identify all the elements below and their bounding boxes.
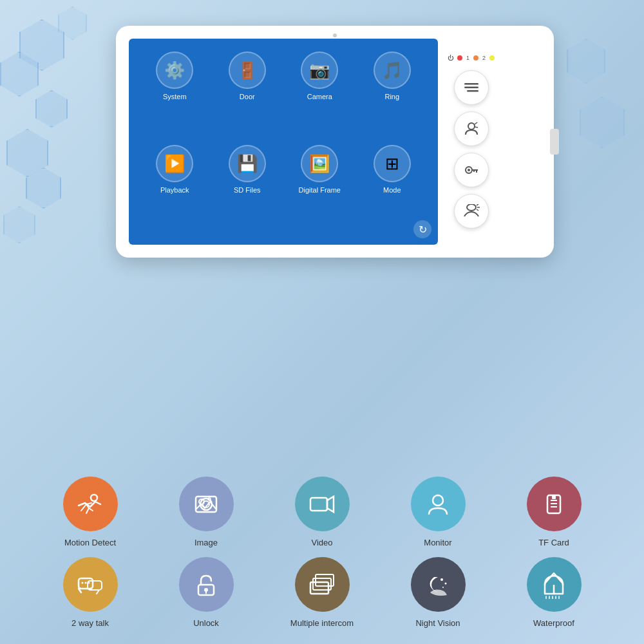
feature-motion-detect: Motion Detect <box>32 470 148 551</box>
video-icon-circle <box>295 477 350 531</box>
camera-label: Camera <box>307 93 332 100</box>
monitor-feature-icon <box>424 490 452 518</box>
feature-image: Image <box>148 470 264 551</box>
system-label: System <box>163 93 187 100</box>
led-label-1: 1 <box>466 55 469 61</box>
device-wrapper: ⚙️ System 🚪 Door 📷 Camera 🎵 Ring ▶️ Play… <box>77 26 592 258</box>
image-label: Image <box>194 538 218 547</box>
tfcard-label: TF Card <box>538 538 569 547</box>
screen-app-mode[interactable]: ⊞ Mode <box>359 145 426 232</box>
screen-app-sdfiles[interactable]: 💾 SD Files <box>214 145 281 232</box>
unlock-icon <box>192 571 220 599</box>
feature-unlock: Unlock <box>148 551 264 631</box>
motion-detect-icon <box>76 490 104 518</box>
key-icon <box>464 162 479 178</box>
image-icon <box>192 490 220 518</box>
monitor-label: Monitor <box>424 538 451 547</box>
svg-rect-0 <box>464 83 478 85</box>
svg-point-3 <box>468 123 475 129</box>
digitalframe-label: Digital Frame <box>299 186 341 194</box>
nightvision-icon <box>424 571 452 599</box>
system-icon: ⚙️ <box>156 52 193 89</box>
motion-detect-label: Motion Detect <box>64 538 116 547</box>
svg-line-16 <box>79 503 85 506</box>
svg-line-14 <box>477 209 478 211</box>
motion-detect-icon-circle <box>63 477 118 531</box>
svg-rect-8 <box>471 169 478 171</box>
tfcard-icon-circle <box>527 477 582 531</box>
device-screen: ⚙️ System 🚪 Door 📷 Camera 🎵 Ring ▶️ Play… <box>129 39 438 245</box>
twowaytalk-icon <box>76 571 104 599</box>
feature-video: Video <box>264 470 380 551</box>
device: ⚙️ System 🚪 Door 📷 Camera 🎵 Ring ▶️ Play… <box>116 26 554 258</box>
sdfiles-icon: 💾 <box>229 145 266 182</box>
digitalframe-icon: 🖼️ <box>301 145 338 182</box>
twowaytalk-icon-circle <box>63 557 118 612</box>
feature-night-vision: Night Vision <box>380 551 496 631</box>
intercom-button[interactable] <box>454 111 489 146</box>
device-knob <box>550 129 559 155</box>
power-label: ⏻ <box>448 55 453 61</box>
waterproof-icon <box>540 571 568 599</box>
sdfiles-label: SD Files <box>234 186 261 194</box>
screen-app-system[interactable]: ⚙️ System <box>142 52 208 138</box>
feature-multiple-intercom: Multiple intercom <box>264 551 380 631</box>
door-label: Door <box>240 93 255 100</box>
waterproof-label: Waterproof <box>533 618 574 628</box>
video-label: Video <box>311 538 332 547</box>
ring-label: Ring <box>384 93 399 100</box>
waterproof-icon-circle <box>527 557 582 612</box>
tfcard-icon <box>540 490 568 518</box>
nightvision-icon-circle <box>411 557 466 612</box>
monitor-icon <box>463 204 480 218</box>
feature-tfcard: TF Card <box>496 470 612 551</box>
screen-app-digitalframe[interactable]: 🖼️ Digital Frame <box>287 145 353 232</box>
svg-point-15 <box>91 495 97 501</box>
svg-line-24 <box>89 508 93 511</box>
multipleintercom-label: Multiple intercom <box>290 618 354 628</box>
screen-refresh-button[interactable]: ↻ <box>413 220 431 238</box>
side-buttons-panel: ⏻ 1 2 <box>448 55 495 229</box>
mode-icon: ⊞ <box>374 145 411 182</box>
mode-label: Mode <box>383 186 401 194</box>
intercom-icon <box>463 120 480 137</box>
ring-icon: 🎵 <box>374 52 411 89</box>
monitor-button[interactable] <box>454 194 489 229</box>
svg-line-19 <box>95 502 100 504</box>
image-icon-circle <box>179 477 234 531</box>
multipleintercom-icon <box>308 571 336 599</box>
nightvision-label: Night Vision <box>415 618 460 628</box>
twowaytalk-label: 2 way talk <box>71 618 109 628</box>
screen-app-ring[interactable]: 🎵 Ring <box>359 52 426 138</box>
unlock-label: Unlock <box>193 618 219 628</box>
svg-line-5 <box>475 127 478 128</box>
svg-rect-9 <box>476 171 477 173</box>
screen-app-playback[interactable]: ▶️ Playback <box>142 145 208 232</box>
camera-icon: 📷 <box>301 52 338 89</box>
features-row-2: 2 way talk Unlock Multipl <box>0 551 644 631</box>
svg-point-11 <box>467 204 476 211</box>
camera-dot <box>333 33 337 37</box>
svg-rect-2 <box>467 90 478 92</box>
led-3 <box>489 55 495 61</box>
unlock-icon-circle <box>179 557 234 612</box>
svg-line-4 <box>475 122 477 124</box>
svg-line-20 <box>81 504 86 511</box>
svg-point-32 <box>433 495 443 506</box>
menu-icon <box>464 82 478 93</box>
screen-app-camera[interactable]: 📷 Camera <box>287 52 353 138</box>
svg-point-49 <box>440 578 443 581</box>
svg-rect-37 <box>552 495 556 499</box>
screen-app-door[interactable]: 🚪 Door <box>214 52 281 138</box>
svg-marker-31 <box>327 497 334 512</box>
multipleintercom-icon-circle <box>295 557 350 612</box>
video-icon <box>308 490 336 518</box>
feature-monitor: Monitor <box>380 470 496 551</box>
key-button[interactable] <box>454 153 489 187</box>
playback-label: Playback <box>160 186 189 194</box>
svg-point-39 <box>82 582 84 583</box>
menu-button[interactable] <box>454 70 489 105</box>
led-label-2: 2 <box>482 55 486 61</box>
features-section: Motion Detect Image <box>0 470 644 631</box>
monitor-icon-circle <box>411 477 466 531</box>
